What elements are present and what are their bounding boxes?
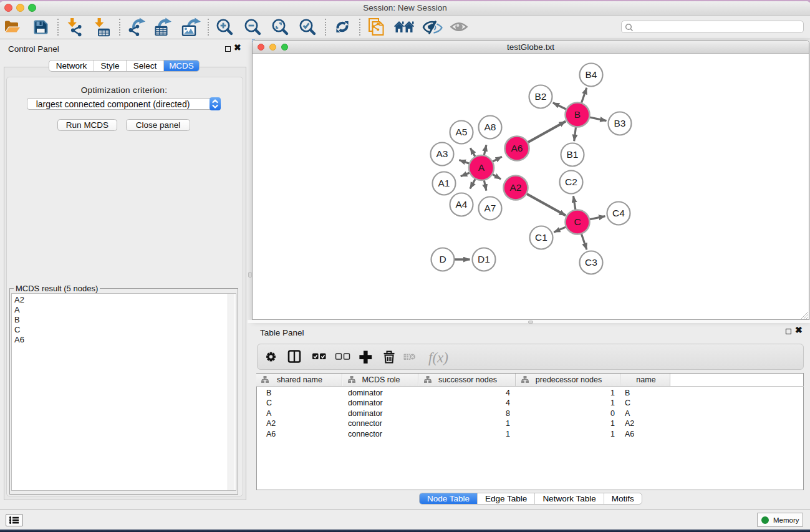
svg-text:A7: A7	[485, 203, 496, 213]
svg-text:D: D	[439, 254, 446, 264]
svg-text:C: C	[574, 216, 581, 227]
svg-text:A3: A3	[436, 148, 448, 159]
svg-text:A1: A1	[438, 178, 450, 188]
svg-text:B: B	[574, 109, 581, 120]
svg-text:A6: A6	[511, 143, 523, 153]
svg-text:C3: C3	[585, 257, 597, 268]
svg-text:B1: B1	[567, 149, 579, 160]
svg-text:B2: B2	[535, 91, 547, 102]
svg-text:B4: B4	[586, 69, 597, 80]
svg-text:A8: A8	[485, 122, 496, 132]
svg-text:B3: B3	[614, 118, 626, 128]
svg-text:A4: A4	[456, 199, 468, 210]
svg-text:C2: C2	[565, 177, 577, 187]
svg-text:A5: A5	[456, 127, 468, 137]
svg-text:D1: D1	[478, 254, 490, 264]
svg-text:A: A	[478, 162, 485, 173]
svg-text:C4: C4	[612, 208, 625, 218]
svg-text:f(x): f(x)	[428, 350, 448, 365]
svg-text:C1: C1	[535, 232, 547, 243]
svg-text:A2: A2	[510, 182, 522, 193]
